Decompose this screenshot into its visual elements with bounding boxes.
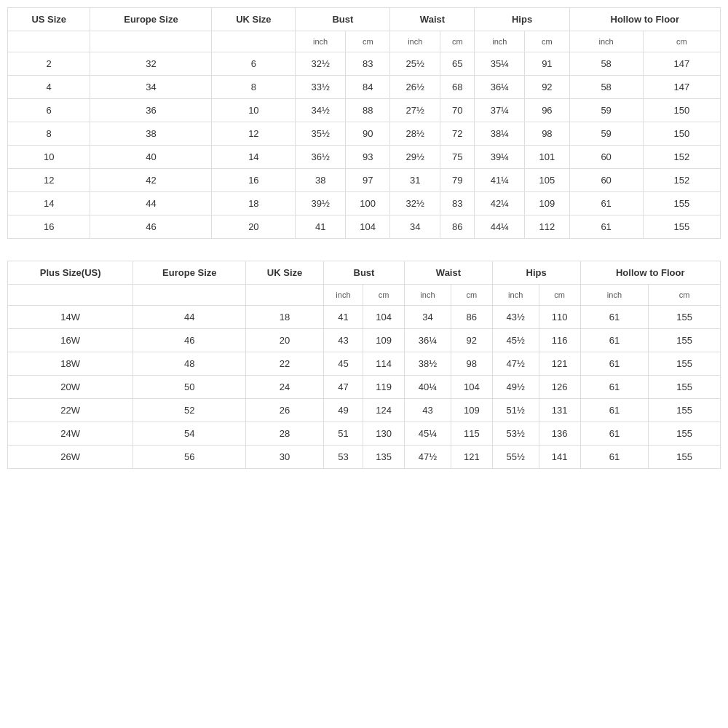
table-cell: 39½ bbox=[296, 192, 346, 215]
table-cell: 38½ bbox=[405, 352, 451, 376]
table-cell: 150 bbox=[643, 122, 720, 146]
table-cell: 105 bbox=[525, 169, 569, 192]
table-cell: 83 bbox=[440, 192, 475, 215]
table-cell: 60 bbox=[569, 146, 643, 169]
table-cell: 109 bbox=[525, 192, 569, 215]
table-cell: 61 bbox=[569, 215, 643, 239]
table-cell: 29½ bbox=[390, 146, 440, 169]
table-row: 6361034½8827½7037¼9659150 bbox=[8, 99, 721, 122]
table-cell: 61 bbox=[580, 329, 649, 352]
subh2-htf-inch: inch bbox=[580, 285, 649, 306]
table-row: 10401436½9329½7539¼10160152 bbox=[8, 146, 721, 169]
table-row: 8381235½9028½7238¼9859150 bbox=[8, 122, 721, 146]
table-cell: 16W bbox=[8, 329, 133, 352]
table-cell: 75 bbox=[440, 146, 475, 169]
table-cell: 61 bbox=[580, 306, 649, 329]
subh2-htf-cm: cm bbox=[649, 285, 721, 306]
table-cell: 86 bbox=[440, 215, 475, 239]
subh2-waist-cm: cm bbox=[451, 285, 492, 306]
table-cell: 135 bbox=[363, 446, 405, 469]
table-cell: 39¼ bbox=[475, 146, 525, 169]
table-cell: 72 bbox=[440, 122, 475, 146]
table-cell: 130 bbox=[363, 422, 405, 446]
table-cell: 12 bbox=[212, 122, 296, 146]
table-cell: 10 bbox=[212, 99, 296, 122]
table-cell: 49½ bbox=[492, 376, 539, 399]
table-cell: 55½ bbox=[492, 446, 539, 469]
table-cell: 114 bbox=[363, 352, 405, 376]
table-cell: 155 bbox=[649, 376, 721, 399]
table-cell: 50 bbox=[133, 376, 246, 399]
table-cell: 24W bbox=[8, 422, 133, 446]
table-cell: 115 bbox=[451, 422, 492, 446]
table-cell: 18W bbox=[8, 352, 133, 376]
col-hollow-to-floor: Hollow to Floor bbox=[569, 8, 720, 31]
subh2-hips-inch: inch bbox=[492, 285, 539, 306]
table-cell: 96 bbox=[525, 99, 569, 122]
table-cell: 155 bbox=[649, 399, 721, 422]
table-cell: 26 bbox=[246, 399, 324, 422]
table-cell: 70 bbox=[440, 99, 475, 122]
table-cell: 41 bbox=[296, 215, 346, 239]
table-cell: 37¼ bbox=[475, 99, 525, 122]
table-cell: 155 bbox=[643, 192, 720, 215]
table-row: 18W48224511438½9847½12161155 bbox=[8, 352, 721, 376]
table-cell: 18 bbox=[212, 192, 296, 215]
table-cell: 126 bbox=[539, 376, 580, 399]
table-cell: 38 bbox=[296, 169, 346, 192]
table-cell: 40 bbox=[90, 146, 212, 169]
table-row: 16W46204310936¼9245½11661155 bbox=[8, 329, 721, 352]
table-cell: 147 bbox=[643, 76, 720, 99]
table-cell: 16 bbox=[212, 169, 296, 192]
table-cell: 112 bbox=[525, 215, 569, 239]
size-chart-container: US Size Europe Size UK Size Bust Waist H… bbox=[7, 7, 721, 469]
table-cell: 88 bbox=[345, 99, 389, 122]
table-cell: 61 bbox=[580, 422, 649, 446]
table-cell: 14W bbox=[8, 306, 133, 329]
table-cell: 150 bbox=[643, 99, 720, 122]
subh-us bbox=[8, 31, 90, 52]
table-row: 16462041104348644¼11261155 bbox=[8, 215, 721, 239]
table-cell: 34 bbox=[90, 76, 212, 99]
table-cell: 31 bbox=[390, 169, 440, 192]
col-bust: Bust bbox=[296, 8, 390, 31]
plus-size-table: Plus Size(US) Europe Size UK Size Bust W… bbox=[7, 261, 721, 469]
table-cell: 91 bbox=[525, 52, 569, 76]
col2-us-size: Plus Size(US) bbox=[8, 261, 133, 285]
col-us-size: US Size bbox=[8, 8, 90, 31]
table-cell: 46 bbox=[90, 215, 212, 239]
col-europe-size: Europe Size bbox=[90, 8, 212, 31]
table-cell: 22 bbox=[246, 352, 324, 376]
table-cell: 59 bbox=[569, 99, 643, 122]
col2-uk-size: UK Size bbox=[246, 261, 324, 285]
table-cell: 116 bbox=[539, 329, 580, 352]
table-cell: 35¼ bbox=[475, 52, 525, 76]
table-cell: 12 bbox=[8, 169, 90, 192]
table-cell: 20 bbox=[212, 215, 296, 239]
table-row: 1242163897317941¼10560152 bbox=[8, 169, 721, 192]
table-cell: 32 bbox=[90, 52, 212, 76]
subh-waist-inch: inch bbox=[390, 31, 440, 52]
table-cell: 32½ bbox=[390, 192, 440, 215]
table-cell: 41 bbox=[323, 306, 363, 329]
table-cell: 20W bbox=[8, 376, 133, 399]
table2-body: 14W441841104348643½1106115516W4620431093… bbox=[8, 306, 721, 469]
subh2-us bbox=[8, 285, 133, 306]
table-cell: 92 bbox=[451, 329, 492, 352]
table-cell: 155 bbox=[649, 422, 721, 446]
col-hips: Hips bbox=[475, 8, 569, 31]
table-row: 22W5226491244310951½13161155 bbox=[8, 399, 721, 422]
table-cell: 43½ bbox=[492, 306, 539, 329]
col-waist: Waist bbox=[390, 8, 475, 31]
col2-waist: Waist bbox=[405, 261, 493, 285]
table-cell: 48 bbox=[133, 352, 246, 376]
table-cell: 20 bbox=[246, 329, 324, 352]
table-cell: 52 bbox=[133, 399, 246, 422]
table-cell: 54 bbox=[133, 422, 246, 446]
table-cell: 124 bbox=[363, 399, 405, 422]
table-cell: 28 bbox=[246, 422, 324, 446]
table-cell: 58 bbox=[569, 76, 643, 99]
table-cell: 47 bbox=[323, 376, 363, 399]
table-cell: 119 bbox=[363, 376, 405, 399]
table-cell: 61 bbox=[569, 192, 643, 215]
